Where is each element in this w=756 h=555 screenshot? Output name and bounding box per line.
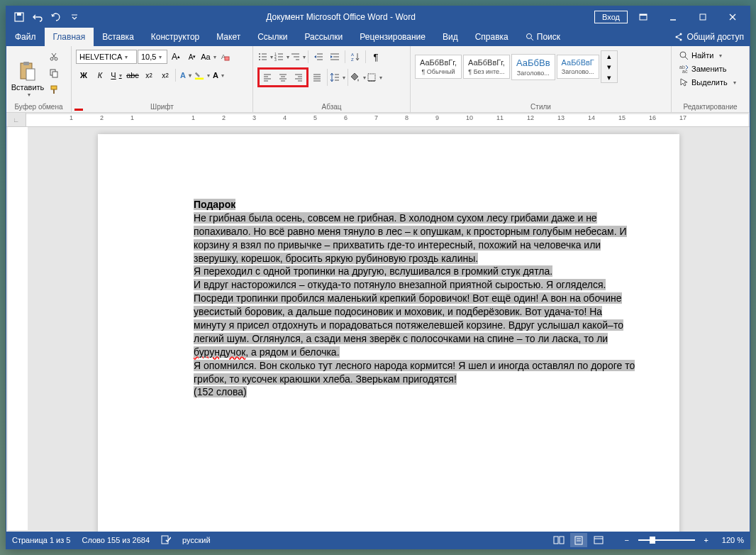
bold-button[interactable]: Ж [76, 67, 91, 83]
view-read-button[interactable] [550, 533, 567, 547]
page[interactable]: Подарок Не грибная была осень, совсем не… [98, 134, 679, 532]
superscript-button[interactable]: x2 [157, 67, 173, 83]
close-button[interactable] [718, 6, 747, 28]
status-language[interactable]: русский [182, 536, 210, 544]
style-heading2[interactable]: АаБбВвГЗаголово... [557, 55, 599, 79]
decrease-indent-button[interactable] [311, 49, 326, 65]
vertical-ruler[interactable] [8, 127, 28, 530]
share-button[interactable]: Общий доступ [674, 32, 744, 42]
justify-button[interactable] [309, 70, 325, 85]
select-button[interactable]: Выделить▾ [676, 76, 745, 89]
tab-review[interactable]: Рецензирование [351, 28, 434, 46]
app-window: Документ Microsoft Office Word - Word Вх… [6, 6, 750, 549]
styles-down-button[interactable]: ▾ [601, 62, 617, 72]
styles-up-button[interactable]: ▴ [601, 51, 617, 61]
shading-button[interactable]: ▾ [350, 70, 366, 85]
undo-button[interactable] [29, 9, 46, 26]
tab-layout[interactable]: Макет [208, 28, 249, 46]
group-styles: АаБбВвГг,¶ Обычный АаБбВвГг,¶ Без инте..… [411, 46, 672, 112]
svg-text:ac: ac [682, 69, 688, 74]
svg-point-33 [259, 59, 260, 60]
find-button[interactable]: Найти▾ [676, 49, 745, 62]
quick-access-toolbar [6, 9, 87, 26]
doc-p3-underlined: бурундучок [194, 346, 245, 358]
styles-gallery[interactable]: АаБбВвГг,¶ Обычный АаБбВвГг,¶ Без инте..… [415, 50, 618, 83]
styles-more-button[interactable]: ▾ [601, 72, 617, 82]
cut-button[interactable] [46, 49, 62, 65]
svg-rect-3 [640, 14, 647, 16]
font-color-button[interactable]: A▾ [211, 67, 226, 83]
copy-button[interactable] [46, 65, 62, 81]
window-title: Документ Microsoft Office Word - Word [87, 12, 594, 22]
svg-rect-15 [21, 63, 32, 79]
bullets-button[interactable]: ▾ [257, 49, 273, 65]
save-button[interactable] [11, 9, 28, 26]
view-print-button[interactable] [570, 533, 587, 547]
zoom-slider[interactable] [638, 539, 695, 541]
ribbon-display-button[interactable] [629, 6, 657, 28]
numbering-button[interactable]: 123▾ [274, 49, 289, 65]
search-button[interactable]: Поиск [517, 28, 569, 46]
status-words[interactable]: Слово 155 из 2684 [82, 536, 150, 544]
grow-font-button[interactable]: A▴ [168, 49, 184, 65]
align-left-button[interactable] [260, 70, 275, 85]
svg-line-21 [52, 53, 55, 58]
style-nospacing[interactable]: АаБбВвГг,¶ Без инте... [463, 55, 510, 79]
zoom-level[interactable]: 120 % [722, 536, 744, 544]
text-effects-button[interactable]: A▾ [178, 67, 194, 83]
tab-mailings[interactable]: Рассылки [296, 28, 351, 46]
change-case-button[interactable]: Aa▾ [201, 49, 216, 65]
style-heading1[interactable]: АаБбВвЗаголово... [511, 54, 555, 80]
increase-indent-button[interactable] [327, 49, 343, 65]
align-right-button[interactable] [291, 70, 306, 85]
svg-text:A: A [351, 53, 354, 57]
borders-button[interactable]: ▾ [367, 70, 382, 85]
multilevel-button[interactable]: ▾ [290, 49, 306, 65]
tab-references[interactable]: Ссылки [249, 28, 296, 46]
clear-formatting-button[interactable]: A [217, 49, 233, 65]
sort-button[interactable]: AZ [348, 49, 363, 65]
doc-p3b: , а рядом и белочка. [245, 346, 339, 358]
replace-button[interactable]: abac Заменить [676, 62, 745, 75]
zoom-out-button[interactable]: − [618, 533, 635, 547]
underline-button[interactable]: Ч▾ [109, 67, 124, 83]
tab-selector[interactable]: ∟ [6, 113, 26, 126]
align-center-button[interactable] [275, 70, 291, 85]
qat-customize-button[interactable] [66, 9, 83, 26]
status-proofing-icon[interactable] [161, 534, 171, 546]
svg-line-7 [730, 14, 735, 20]
page-scroll[interactable]: Подарок Не грибная была осень, совсем не… [28, 127, 750, 532]
doc-p3a: И вдруг насторожился – откуда-то потянул… [194, 279, 623, 344]
tab-help[interactable]: Справка [467, 28, 517, 46]
svg-rect-16 [23, 62, 29, 65]
tab-view[interactable]: Вид [434, 28, 467, 46]
svg-rect-5 [700, 14, 706, 20]
highlight-button[interactable]: ▾ [194, 67, 210, 83]
font-size-combo[interactable]: 10,5▾ [138, 50, 167, 64]
redo-button[interactable] [48, 9, 65, 26]
tab-file[interactable]: Файл [6, 28, 45, 46]
view-web-button[interactable] [590, 533, 607, 547]
show-marks-button[interactable]: ¶ [368, 49, 384, 65]
subscript-button[interactable]: x2 [141, 67, 157, 83]
doc-p4: Я опомнился. Вон сколько тут лесного нар… [194, 360, 635, 385]
group-editing: Найти▾ abac Заменить Выделить▾ Редактиро… [672, 46, 750, 112]
tab-home[interactable]: Главная [45, 28, 94, 46]
font-family-combo[interactable]: HELVETICA▾ [76, 50, 137, 64]
tab-design[interactable]: Конструктор [143, 28, 208, 46]
format-painter-button[interactable] [46, 82, 62, 97]
italic-button[interactable]: К [92, 67, 108, 83]
horizontal-ruler[interactable]: 1211234567891011121314151617 [26, 114, 748, 126]
line-spacing-button[interactable]: ▾ [330, 70, 345, 85]
status-page[interactable]: Страница 1 из 5 [12, 536, 70, 544]
strikethrough-button[interactable]: abc [125, 67, 140, 83]
style-normal[interactable]: АаБбВвГг,¶ Обычный [415, 55, 462, 79]
tab-insert[interactable]: Вставка [94, 28, 143, 46]
minimize-button[interactable] [659, 6, 687, 28]
svg-rect-80 [575, 537, 582, 544]
svg-text:2: 2 [274, 55, 277, 59]
zoom-in-button[interactable]: + [698, 533, 715, 547]
signin-button[interactable]: Вход [594, 11, 628, 23]
shrink-font-button[interactable]: A▾ [184, 49, 200, 65]
maximize-button[interactable] [689, 6, 717, 28]
